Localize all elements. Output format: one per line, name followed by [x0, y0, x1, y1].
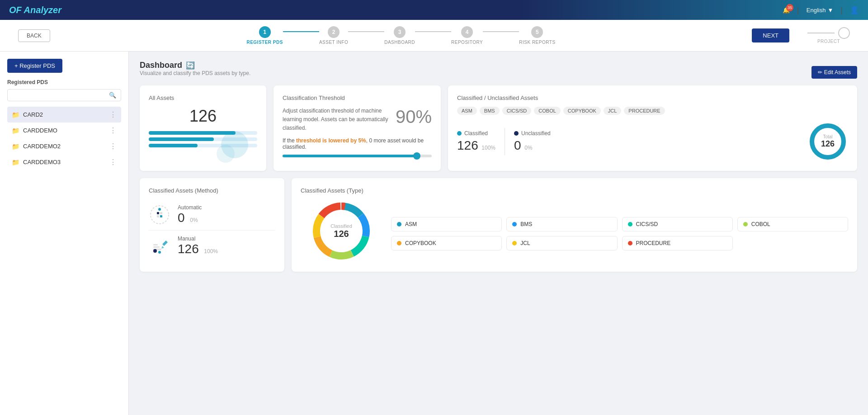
step-5-label: RISK REPORTS	[519, 40, 555, 45]
step-4-circle: 4	[461, 26, 473, 38]
threshold-description: Adjust classification threshold of machi…	[283, 107, 391, 133]
tag-asm[interactable]: ASM	[457, 107, 477, 115]
sidebar: + Register PDS Registered PDS 🔍 📁 CARD2 …	[0, 52, 129, 415]
threshold-card: Classification Threshold Adjust classifi…	[274, 85, 441, 171]
step-1-circle: 1	[259, 26, 271, 38]
folder-icon: 📁	[12, 159, 19, 166]
type-copybook: COPYBOOK	[391, 236, 502, 250]
pds-item-carddemo[interactable]: 📁 CARDDEMO ⋮	[7, 123, 121, 138]
type-grid: ASM BMS CICS/SD COBOL	[391, 217, 848, 250]
step-line-2	[348, 31, 384, 32]
svg-rect-9	[153, 246, 160, 248]
automatic-label: Automatic	[178, 204, 202, 211]
type-dot-procedure	[628, 241, 632, 245]
type-dot-bms	[512, 222, 517, 226]
refresh-icon[interactable]: 🔄	[186, 61, 195, 70]
user-icon[interactable]: 👤	[850, 6, 859, 14]
topnav-right: 🔔 35 | English ▼ | 👤	[783, 5, 859, 15]
svg-rect-5	[157, 215, 159, 217]
step-line-4	[483, 31, 519, 32]
manual-icon	[149, 235, 170, 257]
slider-thumb[interactable]	[413, 152, 420, 160]
decorative-blob-2	[217, 145, 235, 163]
slider-fill	[283, 155, 417, 157]
donut-label: Total 126	[821, 134, 835, 149]
language-button[interactable]: English ▼	[807, 7, 834, 14]
step-4-label: REPOSITORY	[451, 40, 483, 45]
manual-count: 126	[178, 242, 199, 256]
tag-cics-sd[interactable]: CICS/SD	[502, 107, 532, 115]
steps: 1 REGISTER PDS 2 ASSET INFO 3 DASHBOARD …	[64, 26, 739, 45]
main-layout: + Register PDS Registered PDS 🔍 📁 CARD2 …	[0, 52, 868, 415]
pds-item-name: CARDDEMO3	[23, 159, 106, 165]
back-button[interactable]: BACK	[18, 29, 50, 42]
search-input[interactable]	[12, 92, 106, 99]
classified-type-title: Classified Assets (Type)	[301, 187, 848, 194]
automatic-icon	[149, 204, 170, 226]
threshold-slider[interactable]	[283, 155, 432, 157]
type-procedure: PROCEDURE	[622, 236, 733, 250]
svg-point-7	[158, 208, 161, 211]
register-pds-button[interactable]: + Register PDS	[7, 59, 62, 73]
more-icon[interactable]: ⋮	[109, 142, 117, 151]
unclassified-label: Unclassified	[521, 130, 551, 137]
classified-col: Classified 126 100%	[457, 130, 495, 153]
step-line-1	[283, 31, 319, 32]
more-icon[interactable]: ⋮	[109, 158, 117, 166]
automatic-pct: 0%	[190, 217, 198, 223]
edit-assets-button[interactable]: ✏ Edit Assets	[811, 66, 857, 79]
svg-rect-4	[160, 212, 162, 214]
folder-icon: 📁	[12, 143, 19, 150]
unclassified-dot	[514, 131, 519, 136]
step-2[interactable]: 2 ASSET INFO	[319, 26, 348, 45]
notification-badge: 35	[786, 4, 793, 11]
all-assets-card: All Assets 126	[140, 85, 266, 171]
threshold-note: If the threshold is lowered by 5%, 0 mor…	[283, 137, 432, 150]
tag-procedure[interactable]: PROCEDURE	[624, 107, 665, 115]
dashboard-header: Dashboard 🔄 Visualize and classify the P…	[140, 61, 857, 84]
manual-row: Manual 126 100%	[149, 231, 275, 261]
sidebar-section-label: Registered PDS	[7, 79, 121, 85]
tag-copybook[interactable]: COPYBOOK	[563, 107, 601, 115]
step-4[interactable]: 4 REPOSITORY	[451, 26, 483, 45]
step-line-3	[415, 31, 451, 32]
classified-title: Classified / Unclassified Assets	[457, 94, 848, 101]
classified-pct: 100%	[481, 145, 495, 151]
tag-cobol[interactable]: COBOL	[534, 107, 561, 115]
pds-item-card2[interactable]: 📁 CARD2 ⋮	[7, 107, 121, 123]
next-button[interactable]: NEXT	[752, 28, 789, 42]
step-5-circle: 5	[531, 26, 543, 38]
automatic-count: 0	[178, 211, 185, 225]
more-icon[interactable]: ⋮	[109, 110, 117, 119]
classified-row: Classified 126 100% Unclassified	[457, 121, 848, 162]
more-icon[interactable]: ⋮	[109, 126, 117, 135]
pds-item-name: CARD2	[23, 111, 106, 118]
pds-item-name: CARDDEMO2	[23, 143, 106, 150]
classified-method-card: Classified Assets (Method)	[140, 178, 284, 272]
search-box: 🔍	[7, 89, 121, 101]
type-cics-sd: CICS/SD	[622, 217, 733, 231]
type-cobol: COBOL	[737, 217, 848, 231]
type-dot-asm	[397, 222, 401, 226]
notification-bell[interactable]: 🔔 35	[783, 7, 790, 14]
pds-item-name: CARDDEMO	[23, 127, 106, 134]
classified-count: 126	[457, 138, 478, 152]
tag-bms[interactable]: BMS	[480, 107, 500, 115]
svg-point-11	[153, 249, 157, 253]
step-3-circle: 3	[394, 26, 406, 38]
step-1[interactable]: 1 REGISTER PDS	[246, 26, 283, 45]
pds-item-carddemo2[interactable]: 📁 CARDDEMO2 ⋮	[7, 138, 121, 154]
step-5[interactable]: 5 RISK REPORTS	[519, 26, 555, 45]
dashboard-title-row: Dashboard 🔄	[140, 61, 250, 70]
all-assets-count: 126	[149, 107, 257, 126]
step-1-label: REGISTER PDS	[246, 40, 283, 45]
svg-point-12	[158, 251, 161, 254]
asset-type-tags: ASM BMS CICS/SD COBOL COPYBOOK JCL PROCE…	[457, 107, 848, 115]
unclassified-count: 0	[514, 138, 521, 152]
step-3[interactable]: 3 DASHBOARD	[384, 26, 415, 45]
pds-item-carddemo3[interactable]: 📁 CARDDEMO3 ⋮	[7, 154, 121, 170]
folder-icon: 📁	[12, 127, 19, 134]
all-assets-title: All Assets	[149, 94, 257, 101]
dashboard-title: Dashboard	[140, 61, 182, 70]
tag-jcl[interactable]: JCL	[604, 107, 622, 115]
